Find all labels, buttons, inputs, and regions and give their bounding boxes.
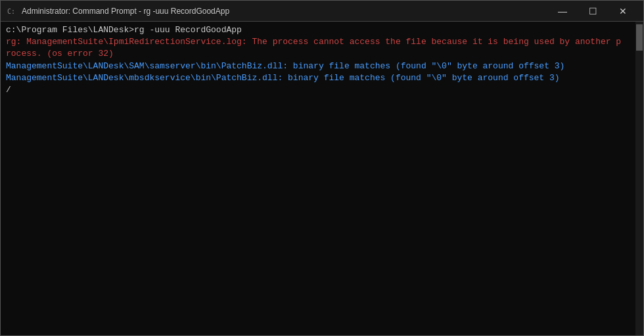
cmd-window: C: Administrator: Command Prompt - rg -u…	[0, 0, 644, 336]
console-area[interactable]: c:\Program Files\LANDesk>rg -uuu RecordG…	[1, 22, 643, 335]
title-bar: C: Administrator: Command Prompt - rg -u…	[1, 1, 643, 22]
scrollbar[interactable]	[635, 22, 643, 335]
cmd-icon: C:	[6, 6, 16, 16]
close-button[interactable]: ✕	[608, 1, 638, 22]
console-line: ManagementSuite\LANDesk\SAM\samserver\bi…	[6, 60, 629, 72]
console-line: /	[6, 84, 629, 96]
title-bar-left: C: Administrator: Command Prompt - rg -u…	[6, 6, 229, 16]
maximize-button[interactable]: ☐	[578, 1, 608, 22]
scrollbar-thumb[interactable]	[636, 24, 643, 51]
console-line: c:\Program Files\LANDesk>rg -uuu RecordG…	[6, 24, 629, 36]
svg-text:C:: C:	[7, 8, 15, 15]
console-line: ManagementSuite\LANDesk\mbsdkservice\bin…	[6, 72, 629, 84]
title-bar-controls: — ☐ ✕	[547, 1, 638, 22]
console-line: rocess. (os error 32)	[6, 48, 629, 60]
minimize-button[interactable]: —	[547, 1, 578, 22]
console-content: c:\Program Files\LANDesk>rg -uuu RecordG…	[6, 24, 638, 96]
console-line: rg: ManagementSuite\IpmiRedirectionServi…	[6, 36, 629, 48]
window-title: Administrator: Command Prompt - rg -uuu …	[22, 7, 229, 16]
